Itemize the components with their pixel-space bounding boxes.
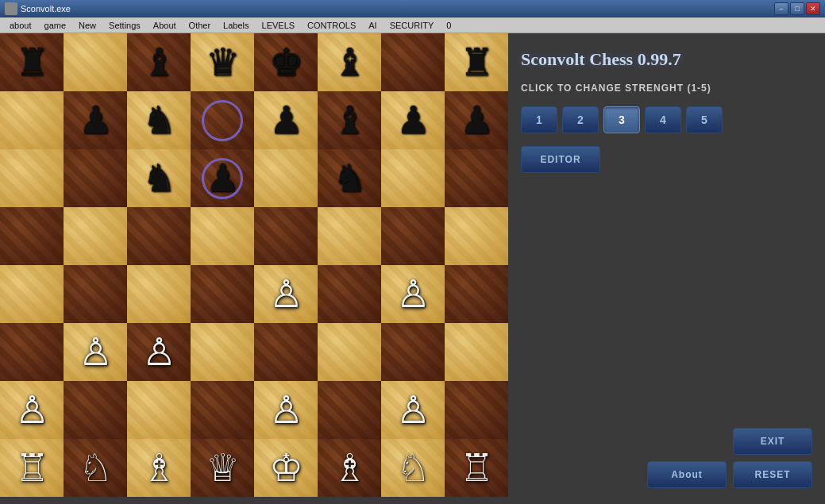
cell-r3c7[interactable] bbox=[445, 207, 508, 265]
menu-security[interactable]: SECURITY bbox=[384, 19, 441, 32]
cell-r7c1[interactable]: ♘ bbox=[64, 439, 127, 497]
cell-r3c5[interactable] bbox=[318, 207, 381, 265]
cell-r4c7[interactable] bbox=[445, 265, 508, 323]
cell-r0c5[interactable]: ♝ bbox=[318, 33, 381, 91]
cell-r2c3[interactable]: ♟ bbox=[191, 149, 254, 207]
cell-r5c6[interactable] bbox=[381, 323, 445, 381]
strength-4-button[interactable]: 4 bbox=[645, 106, 681, 133]
maximize-button[interactable]: □ bbox=[790, 2, 804, 15]
game-title: Sconvolt Chess 0.99.7 bbox=[521, 49, 812, 70]
menu-zero[interactable]: 0 bbox=[440, 19, 457, 32]
cell-r5c5[interactable] bbox=[318, 323, 381, 381]
cell-r5c7[interactable] bbox=[445, 323, 508, 381]
cell-r7c7[interactable]: ♖ bbox=[445, 439, 508, 497]
cell-r4c5[interactable] bbox=[318, 265, 381, 323]
menu-other[interactable]: Other bbox=[183, 19, 218, 32]
cell-r0c7[interactable]: ♜ bbox=[445, 33, 508, 91]
close-button[interactable]: ✕ bbox=[806, 2, 820, 15]
piece-white-pawn3: ♙ bbox=[79, 333, 113, 371]
cell-r7c5[interactable]: ♗ bbox=[318, 439, 381, 497]
cell-r6c2[interactable] bbox=[127, 381, 191, 439]
cell-r0c6[interactable] bbox=[381, 33, 445, 91]
cell-r4c6[interactable]: ♙ bbox=[381, 265, 445, 323]
cell-r0c4[interactable]: ♚ bbox=[254, 33, 318, 91]
cell-r6c3[interactable] bbox=[191, 381, 254, 439]
cell-r6c5[interactable] bbox=[318, 381, 381, 439]
cell-r4c3[interactable] bbox=[191, 265, 254, 323]
piece-black-knight3: ♞ bbox=[333, 160, 367, 198]
menu-settings[interactable]: Settings bbox=[102, 19, 147, 32]
menu-controls[interactable]: CONTROLS bbox=[301, 19, 362, 32]
cell-r1c3[interactable] bbox=[191, 91, 254, 149]
cell-r1c4[interactable]: ♟ bbox=[254, 91, 318, 149]
strength-3-button[interactable]: 3 bbox=[603, 106, 640, 133]
cell-r7c2[interactable]: ♗ bbox=[127, 439, 191, 497]
cell-r5c3[interactable] bbox=[191, 323, 254, 381]
cell-r1c6[interactable]: ♟ bbox=[381, 91, 445, 149]
cell-r5c1[interactable]: ♙ bbox=[64, 323, 127, 381]
cell-r3c0[interactable] bbox=[0, 207, 64, 265]
editor-button[interactable]: EDITOR bbox=[521, 146, 600, 173]
minimize-button[interactable]: − bbox=[774, 2, 788, 15]
cell-r6c7[interactable] bbox=[445, 381, 508, 439]
cell-r2c1[interactable] bbox=[64, 149, 127, 207]
cell-r4c0[interactable] bbox=[0, 265, 64, 323]
menu-ai[interactable]: AI bbox=[362, 19, 383, 32]
reset-button[interactable]: RESET bbox=[733, 461, 812, 488]
cell-r6c6[interactable]: ♙ bbox=[381, 381, 445, 439]
piece-white-knight1: ♘ bbox=[79, 449, 113, 487]
bottom-row: About RESET bbox=[647, 461, 812, 488]
cell-r5c0[interactable] bbox=[0, 323, 64, 381]
cell-r3c2[interactable] bbox=[127, 207, 191, 265]
titlebar-buttons: − □ ✕ bbox=[774, 2, 820, 15]
strength-1-button[interactable]: 1 bbox=[521, 106, 557, 133]
cell-r4c4[interactable]: ♙ bbox=[254, 265, 318, 323]
menu-game[interactable]: game bbox=[38, 19, 73, 32]
cell-r6c0[interactable]: ♙ bbox=[0, 381, 64, 439]
cell-r2c5[interactable]: ♞ bbox=[318, 149, 381, 207]
cell-r1c1[interactable]: ♟ bbox=[64, 91, 127, 149]
cell-r4c1[interactable] bbox=[64, 265, 127, 323]
cell-r5c4[interactable] bbox=[254, 323, 318, 381]
cell-r5c2[interactable]: ♙ bbox=[127, 323, 191, 381]
cell-r0c3[interactable]: ♛ bbox=[191, 33, 254, 91]
menu-new[interactable]: New bbox=[72, 19, 102, 32]
cell-r4c2[interactable] bbox=[127, 265, 191, 323]
piece-black-queen: ♛ bbox=[206, 44, 240, 82]
menu-about2[interactable]: About bbox=[147, 19, 183, 32]
cell-r1c0[interactable] bbox=[0, 91, 64, 149]
piece-white-pawn1: ♙ bbox=[269, 275, 303, 314]
cell-r0c2[interactable]: ♝ bbox=[127, 33, 191, 91]
menu-levels[interactable]: LEVELS bbox=[256, 19, 302, 32]
cell-r3c1[interactable] bbox=[64, 207, 127, 265]
about-button[interactable]: About bbox=[647, 461, 727, 488]
cell-r1c2[interactable]: ♞ bbox=[127, 91, 191, 149]
cell-r1c7[interactable]: ♟ bbox=[445, 91, 508, 149]
piece-white-pawn4: ♙ bbox=[142, 333, 176, 371]
cell-r7c3[interactable]: ♕ bbox=[191, 439, 254, 497]
cell-r7c6[interactable]: ♘ bbox=[381, 439, 445, 497]
strength-5-button[interactable]: 5 bbox=[686, 106, 723, 133]
piece-white-pawn6: ♙ bbox=[269, 391, 303, 429]
cell-r2c0[interactable] bbox=[0, 149, 64, 207]
menu-about[interactable]: about bbox=[3, 19, 38, 32]
cell-r7c4[interactable]: ♔ bbox=[254, 439, 318, 497]
cell-r3c3[interactable] bbox=[191, 207, 254, 265]
cell-r7c0[interactable]: ♖ bbox=[0, 439, 64, 497]
cell-r0c0[interactable]: ♜ bbox=[0, 33, 64, 91]
cell-r1c5[interactable]: ♝ bbox=[318, 91, 381, 149]
exit-button[interactable]: EXIT bbox=[733, 428, 812, 455]
cell-r6c4[interactable]: ♙ bbox=[254, 381, 318, 439]
cell-r6c1[interactable] bbox=[64, 381, 127, 439]
cell-r2c4[interactable] bbox=[254, 149, 318, 207]
cell-r3c6[interactable] bbox=[381, 207, 445, 265]
piece-white-knight2: ♘ bbox=[396, 449, 430, 487]
piece-black-bishop: ♝ bbox=[142, 44, 176, 82]
strength-2-button[interactable]: 2 bbox=[562, 106, 599, 133]
menu-labels[interactable]: Labels bbox=[217, 19, 255, 32]
cell-r3c4[interactable] bbox=[254, 207, 318, 265]
cell-r2c2[interactable]: ♞ bbox=[127, 149, 191, 207]
cell-r2c7[interactable] bbox=[445, 149, 508, 207]
cell-r2c6[interactable] bbox=[381, 149, 445, 207]
cell-r0c1[interactable] bbox=[64, 33, 127, 91]
